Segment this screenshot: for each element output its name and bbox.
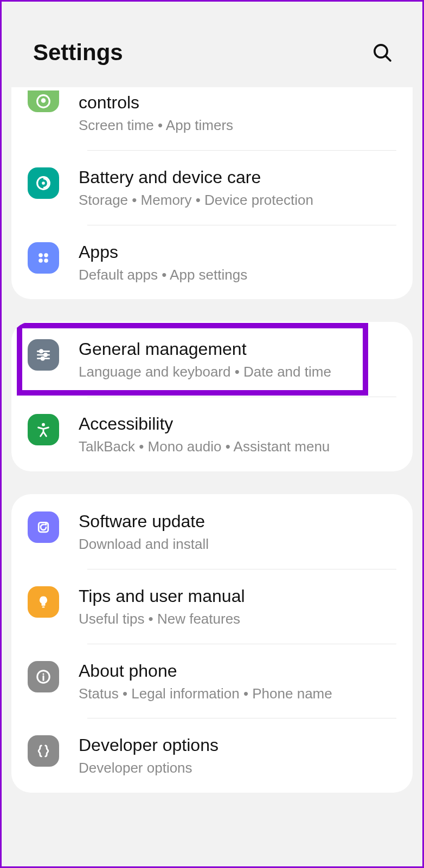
row-title: controls (79, 92, 396, 113)
svg-point-6 (38, 253, 43, 257)
row-subtitle: TalkBack • Mono audio • Assistant menu (79, 438, 396, 456)
row-text: Developer options Developer options (79, 733, 396, 778)
search-icon (371, 42, 393, 63)
row-title: Accessibility (79, 413, 396, 435)
svg-point-15 (41, 357, 44, 360)
accessibility-icon (28, 414, 59, 445)
apps-icon (28, 242, 59, 274)
row-text: Software update Download and install (79, 509, 396, 554)
row-text: Tips and user manual Useful tips • New f… (79, 584, 396, 629)
row-text: Accessibility TalkBack • Mono audio • As… (79, 412, 396, 456)
settings-item-developer-options[interactable]: Developer options Developer options (11, 718, 413, 793)
row-title: About phone (79, 660, 396, 682)
row-text: About phone Status • Legal information •… (79, 659, 396, 703)
settings-item-apps[interactable]: Apps Default apps • App settings (11, 225, 413, 300)
update-icon (28, 511, 59, 543)
settings-item-software-update[interactable]: Software update Download and install (11, 494, 413, 569)
svg-point-16 (42, 423, 45, 426)
row-text: General management Language and keyboard… (79, 337, 396, 381)
svg-point-11 (40, 350, 42, 353)
svg-point-3 (41, 98, 46, 103)
lightbulb-icon (28, 586, 59, 618)
row-title: General management (79, 338, 396, 360)
svg-point-7 (44, 253, 48, 257)
page-title: Settings (33, 40, 123, 66)
app-header: Settings (2, 2, 422, 87)
row-subtitle: Default apps • App settings (79, 266, 396, 284)
row-title: Developer options (79, 734, 396, 756)
row-title: Software update (79, 510, 396, 532)
svg-point-20 (43, 673, 44, 675)
row-text: controls Screen time • App timers (79, 90, 396, 135)
row-subtitle: Status • Legal information • Phone name (79, 685, 396, 703)
settings-item-digital-wellbeing[interactable]: controls Screen time • App timers (11, 87, 413, 150)
row-title: Apps (79, 241, 396, 263)
row-text: Apps Default apps • App settings (79, 240, 396, 284)
row-subtitle: Developer options (79, 759, 396, 778)
settings-section-system: Software update Download and install Tip… (11, 494, 413, 793)
device-care-icon (28, 167, 59, 199)
settings-item-general-management[interactable]: General management Language and keyboard… (11, 322, 413, 397)
settings-item-about-phone[interactable]: About phone Status • Legal information •… (11, 644, 413, 718)
svg-point-9 (44, 258, 48, 263)
row-subtitle: Screen time • App timers (79, 116, 396, 135)
row-subtitle: Storage • Memory • Device protection (79, 191, 396, 210)
svg-point-8 (38, 258, 43, 263)
search-button[interactable] (369, 40, 395, 66)
row-text: Battery and device care Storage • Memory… (79, 165, 396, 210)
settings-item-battery-care[interactable]: Battery and device care Storage • Memory… (11, 150, 413, 225)
svg-point-5 (42, 182, 45, 185)
info-icon (28, 661, 59, 692)
row-subtitle: Useful tips • New features (79, 610, 396, 629)
row-subtitle: Download and install (79, 535, 396, 554)
row-subtitle: Language and keyboard • Date and time (79, 363, 396, 381)
svg-rect-18 (42, 606, 45, 607)
wellbeing-icon (28, 90, 59, 112)
braces-icon (28, 735, 59, 767)
svg-line-1 (386, 56, 390, 61)
settings-section-general: General management Language and keyboard… (11, 322, 413, 471)
sliders-icon (28, 339, 59, 371)
row-title: Tips and user manual (79, 585, 396, 607)
row-title: Battery and device care (79, 166, 396, 188)
svg-point-13 (44, 354, 47, 357)
settings-item-tips[interactable]: Tips and user manual Useful tips • New f… (11, 569, 413, 644)
settings-item-accessibility[interactable]: Accessibility TalkBack • Mono audio • As… (11, 397, 413, 471)
settings-section-device: controls Screen time • App timers Batter… (11, 87, 413, 299)
